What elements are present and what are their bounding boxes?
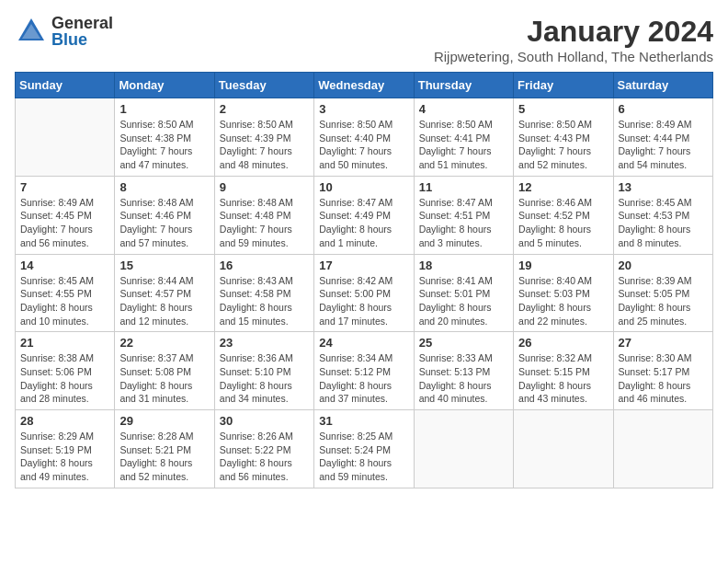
calendar-cell: 18Sunrise: 8:41 AM Sunset: 5:01 PM Dayli… bbox=[414, 254, 513, 332]
calendar-cell: 8Sunrise: 8:48 AM Sunset: 4:46 PM Daylig… bbox=[115, 176, 214, 254]
page-header: General Blue January 2024 Rijpwetering, … bbox=[15, 15, 713, 64]
day-detail: Sunrise: 8:38 AM Sunset: 5:06 PM Dayligh… bbox=[20, 351, 109, 406]
calendar-cell: 17Sunrise: 8:42 AM Sunset: 5:00 PM Dayli… bbox=[314, 254, 414, 332]
calendar-cell: 24Sunrise: 8:34 AM Sunset: 5:12 PM Dayli… bbox=[314, 332, 414, 410]
calendar-week-3: 14Sunrise: 8:45 AM Sunset: 4:55 PM Dayli… bbox=[16, 254, 713, 332]
day-number: 21 bbox=[20, 336, 109, 350]
day-detail: Sunrise: 8:30 AM Sunset: 5:17 PM Dayligh… bbox=[619, 351, 708, 406]
day-detail: Sunrise: 8:44 AM Sunset: 4:57 PM Dayligh… bbox=[119, 274, 209, 328]
logo-blue: Blue bbox=[51, 31, 113, 48]
day-detail: Sunrise: 8:48 AM Sunset: 4:46 PM Dayligh… bbox=[119, 196, 209, 250]
day-number: 25 bbox=[419, 336, 508, 350]
calendar-cell: 3Sunrise: 8:50 AM Sunset: 4:40 PM Daylig… bbox=[314, 98, 414, 177]
day-number: 6 bbox=[619, 102, 708, 116]
weekday-header-row: SundayMondayTuesdayWednesdayThursdayFrid… bbox=[16, 73, 713, 98]
weekday-header-monday: Monday bbox=[115, 73, 214, 98]
day-number: 3 bbox=[319, 102, 408, 116]
day-detail: Sunrise: 8:47 AM Sunset: 4:51 PM Dayligh… bbox=[419, 196, 508, 250]
day-detail: Sunrise: 8:43 AM Sunset: 4:58 PM Dayligh… bbox=[220, 274, 309, 328]
calendar-week-4: 21Sunrise: 8:38 AM Sunset: 5:06 PM Dayli… bbox=[16, 332, 713, 410]
calendar-cell: 19Sunrise: 8:40 AM Sunset: 5:03 PM Dayli… bbox=[514, 254, 613, 332]
day-detail: Sunrise: 8:50 AM Sunset: 4:40 PM Dayligh… bbox=[319, 118, 408, 172]
day-detail: Sunrise: 8:33 AM Sunset: 5:13 PM Dayligh… bbox=[419, 351, 508, 406]
day-number: 7 bbox=[20, 180, 109, 194]
calendar-cell: 14Sunrise: 8:45 AM Sunset: 4:55 PM Dayli… bbox=[16, 254, 115, 332]
day-number: 8 bbox=[119, 180, 209, 194]
day-detail: Sunrise: 8:50 AM Sunset: 4:39 PM Dayligh… bbox=[220, 118, 309, 172]
calendar-cell bbox=[514, 410, 613, 488]
calendar-cell: 20Sunrise: 8:39 AM Sunset: 5:05 PM Dayli… bbox=[613, 254, 712, 332]
day-detail: Sunrise: 8:49 AM Sunset: 4:44 PM Dayligh… bbox=[619, 118, 708, 172]
day-number: 18 bbox=[419, 259, 508, 272]
logo-general: General bbox=[51, 15, 113, 31]
calendar-cell bbox=[16, 98, 115, 177]
calendar-cell: 23Sunrise: 8:36 AM Sunset: 5:10 PM Dayli… bbox=[214, 332, 313, 410]
day-detail: Sunrise: 8:32 AM Sunset: 5:15 PM Dayligh… bbox=[518, 351, 608, 406]
day-number: 20 bbox=[619, 259, 708, 272]
day-number: 14 bbox=[20, 259, 109, 272]
day-number: 15 bbox=[119, 259, 209, 272]
day-number: 28 bbox=[20, 414, 109, 428]
calendar-table: SundayMondayTuesdayWednesdayThursdayFrid… bbox=[15, 72, 713, 488]
calendar-week-1: 1Sunrise: 8:50 AM Sunset: 4:38 PM Daylig… bbox=[16, 98, 713, 177]
calendar-cell: 11Sunrise: 8:47 AM Sunset: 4:51 PM Dayli… bbox=[414, 176, 513, 254]
day-detail: Sunrise: 8:50 AM Sunset: 4:41 PM Dayligh… bbox=[419, 118, 508, 172]
calendar-cell: 5Sunrise: 8:50 AM Sunset: 4:43 PM Daylig… bbox=[514, 98, 613, 177]
calendar-cell bbox=[613, 410, 712, 488]
day-detail: Sunrise: 8:41 AM Sunset: 5:01 PM Dayligh… bbox=[419, 274, 508, 328]
day-detail: Sunrise: 8:26 AM Sunset: 5:22 PM Dayligh… bbox=[220, 430, 309, 484]
calendar-cell: 31Sunrise: 8:25 AM Sunset: 5:24 PM Dayli… bbox=[314, 410, 414, 488]
day-number: 23 bbox=[220, 336, 309, 350]
logo-icon bbox=[15, 15, 48, 48]
location-subtitle: Rijpwetering, South Holland, The Netherl… bbox=[434, 49, 713, 64]
calendar-cell: 16Sunrise: 8:43 AM Sunset: 4:58 PM Dayli… bbox=[214, 254, 313, 332]
logo: General Blue bbox=[15, 15, 113, 48]
calendar-cell: 27Sunrise: 8:30 AM Sunset: 5:17 PM Dayli… bbox=[613, 332, 712, 410]
calendar-cell: 9Sunrise: 8:48 AM Sunset: 4:48 PM Daylig… bbox=[214, 176, 313, 254]
day-detail: Sunrise: 8:29 AM Sunset: 5:19 PM Dayligh… bbox=[20, 430, 109, 484]
calendar-cell: 4Sunrise: 8:50 AM Sunset: 4:41 PM Daylig… bbox=[414, 98, 513, 177]
day-number: 2 bbox=[220, 102, 309, 116]
day-detail: Sunrise: 8:40 AM Sunset: 5:03 PM Dayligh… bbox=[518, 274, 608, 328]
day-detail: Sunrise: 8:49 AM Sunset: 4:45 PM Dayligh… bbox=[20, 196, 109, 250]
day-detail: Sunrise: 8:50 AM Sunset: 4:38 PM Dayligh… bbox=[119, 118, 209, 172]
day-number: 5 bbox=[518, 102, 608, 116]
calendar-cell: 15Sunrise: 8:44 AM Sunset: 4:57 PM Dayli… bbox=[115, 254, 214, 332]
day-detail: Sunrise: 8:28 AM Sunset: 5:21 PM Dayligh… bbox=[119, 430, 209, 484]
weekday-header-saturday: Saturday bbox=[613, 73, 712, 98]
day-number: 30 bbox=[220, 414, 309, 428]
day-number: 19 bbox=[518, 259, 608, 272]
month-year: January 2024 bbox=[434, 15, 713, 49]
day-number: 11 bbox=[419, 180, 508, 194]
day-number: 29 bbox=[119, 414, 209, 428]
day-number: 12 bbox=[518, 180, 608, 194]
calendar-week-5: 28Sunrise: 8:29 AM Sunset: 5:19 PM Dayli… bbox=[16, 410, 713, 488]
title-area: January 2024 Rijpwetering, South Holland… bbox=[434, 15, 713, 64]
day-number: 16 bbox=[220, 259, 309, 272]
day-number: 1 bbox=[119, 102, 209, 116]
calendar-cell: 2Sunrise: 8:50 AM Sunset: 4:39 PM Daylig… bbox=[214, 98, 313, 177]
calendar-cell: 10Sunrise: 8:47 AM Sunset: 4:49 PM Dayli… bbox=[314, 176, 414, 254]
day-detail: Sunrise: 8:42 AM Sunset: 5:00 PM Dayligh… bbox=[319, 274, 408, 328]
calendar-cell: 7Sunrise: 8:49 AM Sunset: 4:45 PM Daylig… bbox=[16, 176, 115, 254]
day-number: 17 bbox=[319, 259, 408, 272]
calendar-cell: 1Sunrise: 8:50 AM Sunset: 4:38 PM Daylig… bbox=[115, 98, 214, 177]
calendar-cell: 12Sunrise: 8:46 AM Sunset: 4:52 PM Dayli… bbox=[514, 176, 613, 254]
day-detail: Sunrise: 8:34 AM Sunset: 5:12 PM Dayligh… bbox=[319, 351, 408, 406]
weekday-header-sunday: Sunday bbox=[16, 73, 115, 98]
calendar-cell: 25Sunrise: 8:33 AM Sunset: 5:13 PM Dayli… bbox=[414, 332, 513, 410]
day-number: 22 bbox=[119, 336, 209, 350]
day-detail: Sunrise: 8:39 AM Sunset: 5:05 PM Dayligh… bbox=[619, 274, 708, 328]
day-detail: Sunrise: 8:47 AM Sunset: 4:49 PM Dayligh… bbox=[319, 196, 408, 250]
day-detail: Sunrise: 8:48 AM Sunset: 4:48 PM Dayligh… bbox=[220, 196, 309, 250]
calendar-cell: 28Sunrise: 8:29 AM Sunset: 5:19 PM Dayli… bbox=[16, 410, 115, 488]
day-detail: Sunrise: 8:36 AM Sunset: 5:10 PM Dayligh… bbox=[220, 351, 309, 406]
weekday-header-friday: Friday bbox=[514, 73, 613, 98]
day-number: 31 bbox=[319, 414, 408, 428]
day-detail: Sunrise: 8:45 AM Sunset: 4:53 PM Dayligh… bbox=[619, 196, 708, 250]
weekday-header-thursday: Thursday bbox=[414, 73, 513, 98]
calendar-cell bbox=[414, 410, 513, 488]
day-detail: Sunrise: 8:25 AM Sunset: 5:24 PM Dayligh… bbox=[319, 430, 408, 484]
day-number: 13 bbox=[619, 180, 708, 194]
calendar-week-2: 7Sunrise: 8:49 AM Sunset: 4:45 PM Daylig… bbox=[16, 176, 713, 254]
